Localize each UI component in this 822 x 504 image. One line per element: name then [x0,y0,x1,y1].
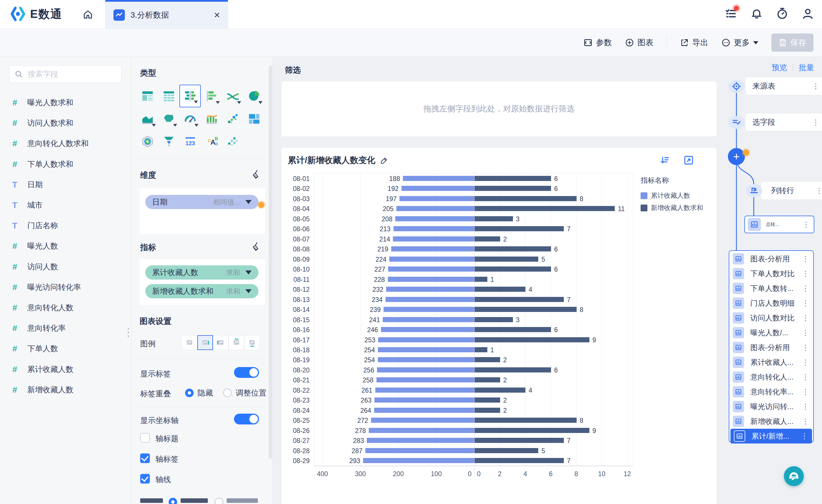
field-item[interactable]: T门店名称 [0,215,131,236]
bar-new[interactable] [474,307,576,312]
legend-none-icon[interactable] [182,335,197,350]
metric-pill-cumulative[interactable]: 累计收藏人数 求和 [145,265,259,280]
field-item[interactable]: #意向转化人数 [0,297,131,318]
field-item[interactable]: T日期 [0,174,131,195]
tasks-icon[interactable] [725,7,737,20]
chart-node-item[interactable]: 下单人数转...⋮ [729,281,813,296]
chart-node-item[interactable]: 图表-分析用⋮ [729,340,813,355]
bar-cumulative[interactable] [399,196,474,201]
kebab-menu-icon[interactable]: ⋮ [802,344,809,351]
legend-top-icon[interactable] [229,335,244,350]
home-icon[interactable] [82,9,93,20]
kebab-menu-icon[interactable]: ⋮ [802,388,809,395]
field-item[interactable]: #意向转化人数求和 [0,133,131,154]
kebab-menu-icon[interactable]: ⋮ [802,221,810,228]
bar-new[interactable] [474,448,538,453]
checkbox-checked[interactable] [140,453,150,463]
bar-cumulative[interactable] [369,428,474,433]
kebab-menu-icon[interactable]: ⋮ [802,314,809,322]
bar-cumulative[interactable] [378,337,474,342]
timer-icon[interactable] [776,7,788,20]
search-input[interactable] [27,70,113,79]
chart-node-item[interactable]: 访问人数对比⋮ [729,311,813,325]
bar-cumulative[interactable] [401,186,474,191]
node-transpose[interactable]: 列转行 ⋮ [761,182,822,199]
kebab-menu-icon[interactable]: ⋮ [802,373,809,381]
bar-new[interactable] [474,287,525,292]
bar-cumulative[interactable] [383,317,474,322]
kebab-menu-icon[interactable]: ⋮ [801,432,808,440]
bar-cumulative[interactable] [395,216,474,221]
checkbox-unchecked[interactable] [140,433,150,443]
preview-link[interactable]: 预览 [772,63,787,73]
config-scrollbar[interactable] [269,65,272,459]
field-search[interactable] [9,65,122,83]
pixel-chart-icon[interactable] [222,130,244,153]
graph-3d-icon[interactable] [137,130,158,153]
field-item[interactable]: #曝光人数 [0,236,131,256]
bar-new[interactable] [474,347,487,352]
gauge-chart-icon[interactable] [179,107,201,130]
field-item[interactable]: #意向转化率 [0,318,131,338]
chevron-down-icon[interactable] [246,270,252,274]
transpose-icon[interactable] [746,184,762,197]
bar-new[interactable] [474,257,538,262]
tab-close-icon[interactable]: ✕ [214,11,221,20]
chart-node-item[interactable]: 曝光访问转...⋮ [729,399,813,414]
bar-new[interactable] [474,196,576,201]
dimension-dropzone[interactable]: 日期 相同值... [139,188,265,234]
bar-cumulative[interactable] [389,257,474,262]
bar-new[interactable] [474,418,576,423]
save-button[interactable]: 保存 [771,34,813,52]
field-item[interactable]: #累计收藏人数 [0,359,131,380]
overlap-hide-radio[interactable] [185,389,193,397]
export-button[interactable]: 导出 [680,37,708,48]
kebab-menu-icon[interactable]: ⋮ [802,270,809,277]
tab-analysis-data[interactable]: 3.分析数据 ✕ [105,0,228,28]
bar-new[interactable] [474,408,500,413]
legend-item[interactable]: 累计收藏人数 [641,191,703,200]
chart-node-item[interactable]: 图表-分析用⋮ [729,251,813,266]
area-chart-icon[interactable] [137,107,158,130]
chart-node-item[interactable]: 门店人数明细⋮ [729,296,813,311]
bar-cumulative[interactable] [381,327,474,332]
kebab-menu-icon[interactable]: ⋮ [802,299,809,307]
bar-new[interactable] [474,216,513,221]
legend-right-icon[interactable] [197,335,213,350]
show-label-toggle[interactable] [234,367,259,378]
kebab-menu-icon[interactable]: ⋮ [812,118,819,126]
field-item[interactable]: #下单人数求和 [0,154,131,174]
chart-node-item[interactable]: 意向转化率...⋮ [729,384,813,399]
bar-new[interactable] [474,458,564,463]
show-axis-toggle[interactable] [234,414,259,424]
batch-link[interactable]: 批量 [799,63,814,73]
bar-new[interactable] [474,357,500,362]
node-total-conversion[interactable]: 总转... ⋮ [744,216,814,233]
text-card-icon[interactable]: CABD [201,130,222,153]
bar-new[interactable] [474,226,564,231]
legend-item[interactable]: 新增收藏人数求和 [641,203,703,212]
bar-cumulative[interactable] [386,297,474,302]
chart-node-item[interactable]: 意向转化人...⋮ [729,370,813,384]
bar-cumulative[interactable] [378,347,474,352]
metric-dropzone[interactable]: 累计收藏人数 求和 新增收藏人数求和 求和 [139,259,265,305]
legend-bottom-icon[interactable] [244,335,260,350]
bar-cumulative[interactable] [394,226,474,231]
bar-new[interactable] [474,266,551,272]
more-button[interactable]: 更多 [721,37,758,48]
panel-drag-handle[interactable] [128,328,129,337]
bar-new[interactable] [474,428,589,433]
dimension-pill-date[interactable]: 日期 相同值... [145,195,259,209]
kebab-menu-icon[interactable]: ⋮ [802,418,809,425]
add-node-button[interactable]: + [728,148,745,165]
metric-pill-new[interactable]: 新增收藏人数求和 求和 [145,284,259,298]
chevron-down-icon[interactable] [246,289,252,293]
chart-node-item[interactable]: 新增收藏人...⋮ [729,414,813,429]
bar-cumulative[interactable] [374,397,474,403]
horizontal-bar-icon[interactable] [201,85,222,107]
bar-cumulative[interactable] [365,448,474,453]
bar-cumulative[interactable] [396,206,474,211]
user-icon[interactable] [802,7,814,20]
field-item[interactable]: #新增收藏人数 [0,380,131,400]
bar-cumulative[interactable] [378,357,474,362]
